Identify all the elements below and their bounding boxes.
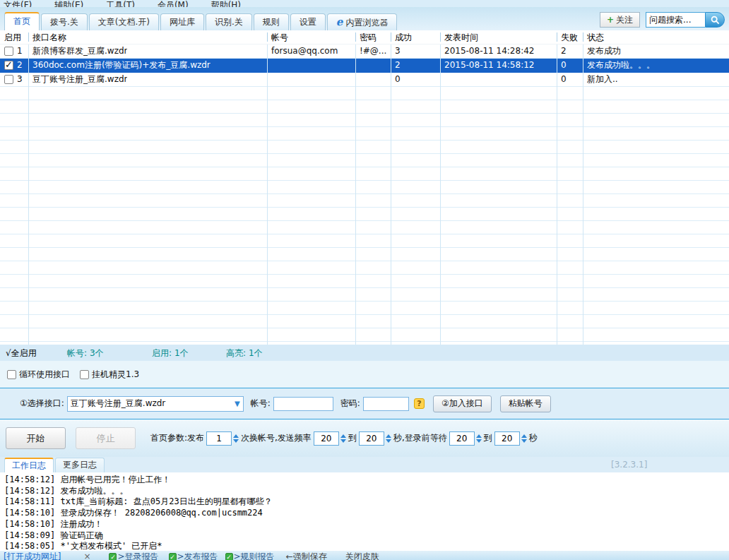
spinner	[449, 431, 482, 446]
tab-4[interactable]: 识别.关	[206, 13, 252, 30]
version-label: [3.2.3.1]	[611, 460, 647, 470]
column-header-5[interactable]: 发表时间	[444, 32, 478, 44]
param-text: 秒	[529, 432, 538, 444]
statusbar-item-label: ←强制保存	[286, 551, 327, 560]
statusbar-item-2[interactable]: ✓>登录报告	[109, 551, 158, 560]
column-header-7[interactable]: 状态	[587, 32, 604, 44]
param-text: 到	[484, 432, 492, 444]
search-input[interactable]	[646, 12, 705, 28]
cell-name: 新浪博客群发_豆腐.wzdr	[32, 44, 127, 58]
spinner-down-icon[interactable]	[340, 439, 346, 443]
header-separator	[355, 32, 356, 42]
tab-2[interactable]: 文章(文档.开)	[89, 13, 159, 30]
spinner-input[interactable]	[206, 431, 232, 446]
log-output[interactable]: [14:58:12] 启用帐号已用完！停止工作！[14:58:12] 发布成功啦…	[0, 472, 729, 550]
cell-time: 2015-08-11 14:58:12	[444, 59, 534, 72]
column-header-6[interactable]: 失败	[561, 32, 578, 44]
row-checkbox-wrap	[4, 47, 13, 58]
column-header-4[interactable]: 成功	[395, 32, 412, 44]
spinner-down-icon[interactable]	[386, 439, 391, 443]
statusbar-item-label: >规则报告	[234, 551, 275, 560]
tab-5[interactable]: 规则	[254, 13, 289, 30]
tab-3[interactable]: 网址库	[160, 13, 204, 30]
spinner-up-icon[interactable]	[233, 434, 239, 438]
add-interface-button[interactable]: ②加入接口	[433, 395, 492, 412]
stat-label: 启用:	[152, 348, 172, 358]
spinner-up-icon[interactable]	[521, 434, 527, 438]
tab-6[interactable]: 设置	[290, 13, 326, 30]
menu-item-1[interactable]: 辅助(E)	[54, 0, 84, 7]
menu-item-2[interactable]: 工具(T)	[105, 0, 136, 7]
tab-1[interactable]: 拨号.关	[41, 13, 88, 30]
spinner-input[interactable]	[359, 431, 384, 446]
spinner-up-icon[interactable]	[340, 434, 346, 438]
interface-select-label: ①选择接口:	[20, 398, 64, 410]
option-checkbox[interactable]	[7, 370, 16, 379]
column-header-0[interactable]: 启用	[4, 32, 21, 44]
params-settings: 首页参数:发布次换帐号,发送频率到秒,登录前等待到秒	[148, 431, 540, 446]
column-header-2[interactable]: 帐号	[271, 32, 288, 44]
account-field[interactable]	[273, 397, 333, 411]
column-header-3[interactable]: 密码	[360, 32, 377, 44]
spinner-up-icon[interactable]	[476, 434, 482, 438]
statusbar-item-1[interactable]: ×	[83, 551, 90, 560]
header-separator	[557, 32, 557, 42]
statusbar-item-4[interactable]: ✓>规则报告	[225, 551, 275, 560]
tab-0[interactable]: 首页	[4, 12, 40, 30]
follow-button-label: 关注	[616, 14, 633, 26]
menu-item-3[interactable]: 会员(M)	[157, 0, 189, 7]
tab-label: 首页	[13, 16, 30, 26]
stop-button[interactable]: 停止	[76, 427, 136, 449]
statusbar-item-5[interactable]: ←强制保存	[286, 551, 327, 560]
follow-button[interactable]: + 关注	[600, 12, 640, 28]
cell-status: 发布成功啦。。。	[587, 59, 655, 72]
table-row[interactable]: 1新浪博客群发_豆腐.wzdrforsua@qq.com!#@...32015-…	[0, 44, 729, 59]
statusbar-item-3[interactable]: ✓>发布报告	[169, 551, 218, 560]
cell-name: 豆丁账号注册_豆腐.wzdr	[32, 73, 127, 86]
table-row[interactable]: 3豆丁账号注册_豆腐.wzdr00新加入..	[0, 73, 729, 87]
spinner-down-icon[interactable]	[233, 439, 239, 443]
spinner-input[interactable]	[494, 431, 520, 446]
row-checkbox[interactable]	[4, 61, 13, 70]
start-button[interactable]: 开始	[6, 427, 66, 449]
help-icon[interactable]: ?	[414, 398, 425, 409]
tab-7[interactable]: e内置浏览器	[327, 13, 398, 30]
row-checkbox[interactable]	[4, 47, 13, 56]
green-check-icon: ✓	[225, 553, 233, 560]
param-text: 首页参数:发布	[150, 432, 204, 444]
menu-item-0[interactable]: 文件(F)	[3, 0, 32, 7]
menu-item-4[interactable]: 帮助(H)	[211, 0, 242, 7]
row-checkbox[interactable]	[4, 75, 13, 84]
option-1[interactable]: 挂机精灵1.3	[80, 369, 139, 381]
interface-select[interactable]: 豆丁账号注册_豆腐.wzdr ▼	[67, 396, 244, 412]
select-all-label: 全启用	[11, 348, 37, 358]
statusbar-item-6[interactable]: 关闭皮肤	[345, 551, 379, 560]
spinner-input[interactable]	[314, 431, 339, 446]
spinner-input[interactable]	[449, 431, 475, 446]
spinner	[494, 431, 527, 446]
option-0[interactable]: 循环使用接口	[7, 369, 70, 381]
column-gridline	[557, 44, 557, 345]
summary-stat-1: 启用:1个	[152, 347, 189, 359]
cell-num: 1	[17, 44, 23, 58]
spinner-down-icon[interactable]	[521, 439, 527, 443]
statusbar-item-0[interactable]: [打开成功网址]	[4, 551, 61, 560]
spinner-down-icon[interactable]	[476, 439, 482, 443]
cell-success: 3	[395, 44, 401, 58]
select-all-toggle[interactable]: √全启用	[6, 347, 37, 359]
search-button[interactable]	[705, 12, 725, 28]
paste-account-button[interactable]: 粘贴帐号	[500, 395, 551, 412]
tab-label: 识别.关	[215, 17, 243, 27]
spinner-up-icon[interactable]	[386, 434, 391, 438]
param-text: 到	[348, 432, 357, 444]
header-separator	[267, 32, 268, 42]
column-header-1[interactable]: 接口名称	[32, 32, 66, 44]
cell-time: 2015-08-11 14:28:42	[444, 44, 534, 58]
password-field[interactable]	[363, 397, 409, 411]
log-tab-0[interactable]: 工作日志	[4, 458, 54, 472]
log-tab-1[interactable]: 更多日志	[55, 458, 105, 472]
table-row[interactable]: 2360doc.com注册(带验证码)+发布_豆腐.wzdr22015-08-1…	[0, 59, 729, 73]
option-checkbox[interactable]	[80, 370, 89, 379]
check-glyph: √	[6, 348, 11, 358]
tab-strip: 首页拨号.关文章(文档.开)网址库识别.关规则设置e内置浏览器	[4, 12, 398, 30]
